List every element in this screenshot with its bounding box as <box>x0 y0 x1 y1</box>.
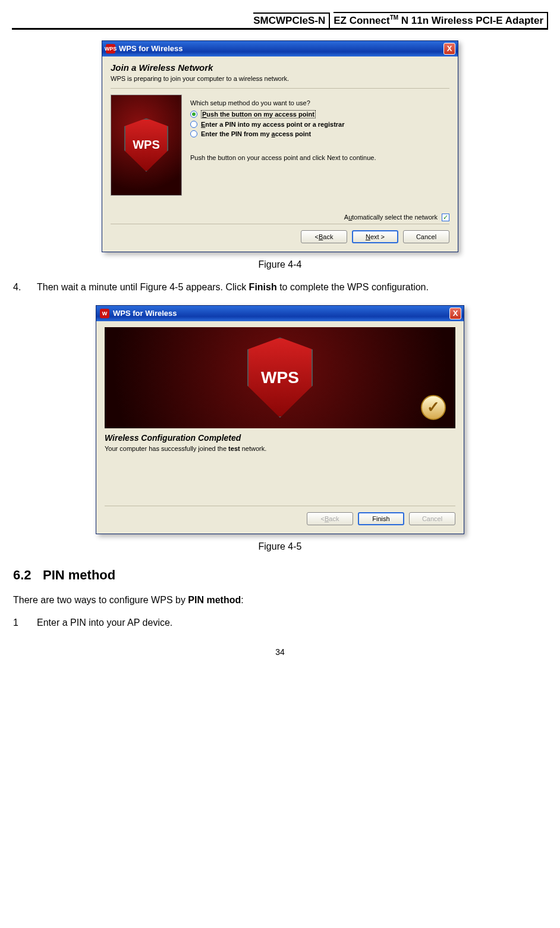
finish-button[interactable]: Finish <box>358 512 404 525</box>
wps-app-icon: W <box>100 309 109 318</box>
divider <box>111 88 449 89</box>
radio-icon <box>190 121 197 128</box>
dialog-body: Join a Wireless Network WPS is preparing… <box>102 57 458 252</box>
section-title: PIN method <box>43 568 115 582</box>
auto-select-checkbox[interactable]: ✓ <box>442 214 449 221</box>
button-row: < Back Finish Cancel <box>105 506 455 525</box>
setup-hint: Push the button on your access point and… <box>190 154 449 161</box>
success-check-icon: ✓ <box>421 395 446 420</box>
figure-caption-4-4: Figure 4-4 <box>13 259 547 270</box>
header-product: EZ ConnectTM N 11n Wireless PCI-E Adapte… <box>334 12 548 28</box>
dialog-title: WPS for Wireless <box>113 309 449 318</box>
step4-pre: Then wait a minute until Figure 4-5 appe… <box>37 282 249 292</box>
wps-shield-icon: WPS <box>247 337 313 418</box>
wps-dialog-completed: W WPS for Wireless X WPS ✓ Wireless Conf… <box>96 305 464 534</box>
step-4: 4. Then wait a minute until Figure 4-5 a… <box>13 281 547 294</box>
step4-bold: Finish <box>249 282 277 292</box>
dialog-title: WPS for Wireless <box>119 44 443 53</box>
wps-app-icon: WPS <box>106 44 115 54</box>
opt1-text: ush the button on my access point <box>206 111 314 118</box>
setup-question: Which setup method do you want to use? <box>190 99 449 106</box>
cancel-button[interactable]: Cancel <box>403 230 449 243</box>
section-heading: 6.2PIN method <box>13 568 547 583</box>
radio-pin-from-ap[interactable]: Enter the PIN from my access point <box>190 130 449 137</box>
next-button[interactable]: Next > <box>352 230 398 243</box>
cancel-button: Cancel <box>409 512 455 525</box>
close-icon[interactable]: X <box>449 308 461 319</box>
close-icon[interactable]: X <box>443 43 455 55</box>
dialog-body: WPS ✓ Wireless Configuration Completed Y… <box>96 321 464 534</box>
list-item-1: 1 Enter a PIN into your AP device. <box>13 616 547 629</box>
page-content: WPS WPS for Wireless X Join a Wireless N… <box>0 40 560 670</box>
section-number: 6.2 <box>13 568 43 583</box>
completed-message: Your computer has successfully joined th… <box>105 445 455 452</box>
figure-caption-4-5: Figure 4-5 <box>13 541 547 552</box>
auto-post: tomatically select the network <box>352 214 438 221</box>
header-model: SMCWPCIeS-N <box>253 12 330 28</box>
wps-banner: WPS ✓ <box>105 327 455 428</box>
button-row: < Back Next > Cancel <box>111 224 449 243</box>
header-suffix: N 11n Wireless PCI-E Adapter <box>398 15 543 26</box>
titlebar: W WPS for Wireless X <box>96 306 464 321</box>
completed-heading: Wireless Configuration Completed <box>105 433 455 443</box>
page-header: SMCWPCIeS-N EZ ConnectTM N 11n Wireless … <box>12 11 548 30</box>
dialog-heading: Join a Wireless Network <box>111 62 449 73</box>
titlebar: WPS WPS for Wireless X <box>102 41 458 57</box>
setup-options: Which setup method do you want to use? P… <box>190 95 449 196</box>
section-intro: There are two ways to configure WPS by P… <box>13 594 547 607</box>
step4-post: to complete the WPS configuration. <box>277 282 429 292</box>
opt3-post: ccess point <box>275 130 312 137</box>
header-tm: TM <box>390 14 398 21</box>
opt3-pre: Enter the PIN from my <box>201 130 272 137</box>
dialog-subtitle: WPS is preparing to join your computer t… <box>111 75 449 82</box>
back-button[interactable]: < Back <box>301 230 347 243</box>
back-button: < Back <box>307 512 353 525</box>
radio-enter-pin-ap[interactable]: Enter a PIN into my access point or a re… <box>190 121 449 128</box>
radio-push-button[interactable]: Push the button on my access point <box>190 110 449 118</box>
wps-shield-icon: WPS <box>124 118 168 172</box>
list-text: Enter a PIN into your AP device. <box>37 616 547 629</box>
wps-logo: WPS <box>111 95 182 196</box>
auto-select-row[interactable]: Automatically select the network ✓ <box>111 214 449 222</box>
opt2-text: nter a PIN into my access point or a reg… <box>205 121 344 128</box>
radio-icon <box>190 130 197 137</box>
list-number: 1 <box>13 616 37 629</box>
radio-icon <box>190 111 197 118</box>
header-prefix: EZ Connect <box>334 15 389 26</box>
page-number: 34 <box>13 647 547 657</box>
wps-dialog-setup: WPS WPS for Wireless X Join a Wireless N… <box>102 40 458 253</box>
step-number: 4. <box>13 281 37 294</box>
